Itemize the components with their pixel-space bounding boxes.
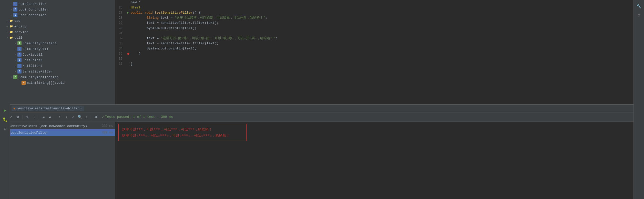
tree-icon-usercontroller: C [13,13,17,17]
output-box: 这里可以***，可以***，可以***，可以***，哈哈哈！ 这里可以☆***☆… [118,124,247,141]
tree-item-entity[interactable]: 📁 entity [0,24,115,29]
tree-icon-cookieutil: C [17,53,22,57]
line-gutter-35: ⬤ [126,52,131,56]
tree-icon-sensitivefilter: C [17,69,22,74]
line-code-30: System.out.println(text); [131,26,644,31]
code-line-32: 32 text = "这里可以☆赌☆博☆，可以☆嫖☆娼☆，可以☆吸☆毒☆，可以☆… [117,36,644,41]
prev-button[interactable]: ↑ [57,114,62,120]
structure-icon[interactable]: ⚙ [1,125,9,133]
search-button[interactable]: 🔍 [77,114,82,120]
tree-arrow-communityconstant [13,41,17,45]
tree-item-sensitivefilter[interactable]: C SensitiveFilter [0,69,115,74]
run-tab-close-button[interactable]: × [80,107,82,110]
bottom-panel: Run: ◆ SensitiveTests.testSensitiveFilte… [0,104,644,199]
tree-icon-communityconstant: I [17,41,22,45]
tree-icon-communityutil: C [17,47,22,51]
tree-item-communityutil[interactable]: C CommunityUtil [0,46,115,52]
tree-arrow-service [5,30,9,34]
line-num-34: 34 [117,46,126,51]
tree-arrow-mailclient [13,64,17,68]
tree-item-service[interactable]: 📁 service [0,29,115,35]
tree-label-cookieutil: CookieUtil [23,53,43,57]
tree-label-main: main(String[]):void [27,81,65,85]
tree-item-logincontroller[interactable]: C LoginController [0,7,115,12]
code-header-line: new * [117,0,644,5]
line-code-35: } [131,51,644,56]
tree-icon-hostholder: C [17,58,22,62]
line-code-28: String text = "这里可以赌博，可以嫖娼，可以吸毒，可以开票，哈哈哈… [131,15,644,20]
line-num-28: 28 [117,15,126,20]
tree-icon-mailclient: C [17,64,22,68]
tree-arrow-usercontroller [9,13,13,17]
run-tab[interactable]: ◆ SensitiveTests.testSensitiveFilter × [12,106,84,111]
right-icon-strip: 🔧 ⚙ [633,122,644,199]
test-item-sensitivetests[interactable]: ▾ ✓ SensitiveTests (com.nowcoder.communi… [0,123,115,129]
line-code-26: @Test [131,5,644,10]
pass-status: ✓ Tests passed: 1 of 1 test – 399 ms [102,115,173,119]
tree-arrow-entity [5,24,9,28]
tree-label-sensitivefilter: SensitiveFilter [23,70,53,74]
tree-arrow-cookieutil [13,53,17,57]
toolbar-sep-3 [55,115,55,119]
tree-label-service: service [14,30,28,34]
tree-label-communityapp: CommunityApplication [18,75,58,79]
jump-button[interactable]: ↗ [70,114,76,120]
run-panel-icon[interactable]: ▶ [1,106,9,114]
run-tab-label: SensitiveTests.testSensitiveFilter [16,107,79,110]
tree-label-logincontroller: LoginController [18,8,48,12]
test-tree: ▾ ✓ SensitiveTests (com.nowcoder.communi… [0,122,115,199]
tree-icon-logincontroller: C [13,7,17,12]
toolbar-sep-4 [91,115,91,119]
settings-button[interactable]: ⚙ [93,114,98,120]
code-line-28: 28 String text = "这里可以赌博，可以嫖娼，可以吸毒，可以开票，… [117,15,644,20]
tree-item-dao[interactable]: 📁 dao [0,18,115,24]
tree-item-cookieutil[interactable]: C CookieUtil [0,52,115,57]
tree-icon-service: 📁 [9,30,13,34]
export-button[interactable]: ↗ [84,114,89,120]
test-time-sensitivetests: 399 ms [102,124,113,128]
sort-desc-button[interactable]: ↓ [32,114,37,120]
test-item-testsensitivefilter[interactable]: ✓ testSensitiveFilter 399 ms [0,129,115,136]
code-line-26: 26 @Test [117,5,644,10]
code-line-33: 33 text = sensitiveFilter.filter(text); [117,41,644,46]
next-button[interactable]: ↓ [64,114,69,120]
code-line-30: 30 System.out.println(text); [117,26,644,31]
debug-icon[interactable]: 🐛 [1,116,9,124]
expand-all-button[interactable]: ≡ [41,114,46,120]
line-code-37: } [131,61,644,67]
test-name-tsf: testSensitiveFilter [10,131,48,135]
line-code-31 [131,31,644,36]
tree-item-hostholder[interactable]: C HostHolder [0,57,115,63]
tree-arrow-hostholder [13,58,17,62]
output-line-1: 这里可以***，可以***，可以***，可以***，哈哈哈！ [122,126,243,132]
line-num-26: 26 [117,5,126,10]
tree-icon-util: 📁 [9,36,13,40]
tree-item-communityconstant[interactable]: I CommunityConstant [0,40,115,46]
tree-item-communityapp[interactable]: A CommunityApplication [0,74,115,80]
tree-label-homecontroller: HomeController [18,2,46,6]
tree-item-usercontroller[interactable]: C UserController [0,12,115,18]
file-tree-sidebar: C HomeController C LoginController C Use… [0,0,115,104]
tree-arrow-sensitivefilter [13,69,17,74]
line-num-35: 35 [117,51,126,56]
code-line-31: 31 [117,31,644,36]
breakpoint-icon-35: ⬤ [126,52,130,56]
line-code-29: text = sensitiveFilter.filter(text); [131,20,644,26]
line-num-31: 31 [117,31,126,36]
tree-icon-main: m [22,81,26,85]
line-num-33: 33 [117,41,126,46]
tree-item-homecontroller[interactable]: C HomeController [0,1,115,7]
tree-item-util[interactable]: 📁 util [0,35,115,40]
line-code-32: text = "这里可以☆赌☆博☆，可以☆嫖☆娼☆，可以☆吸☆毒☆，可以☆开☆票… [131,36,644,41]
stop-button[interactable]: ⊘ [15,114,21,120]
tree-item-main[interactable]: m main(String[]):void [0,80,115,86]
line-num-36: 36 [117,56,126,61]
collapse-all-button[interactable]: ⇌ [48,114,53,120]
run-gutter-icon-27[interactable]: ▶ [126,11,130,15]
tree-icon-homecontroller: C [13,2,17,6]
sort-asc-desc-button[interactable]: ⇅ [25,114,30,120]
tree-icon-communityapp: A [13,75,17,79]
code-line-36: 36 [117,56,644,61]
tree-item-mailclient[interactable]: C MailClient [0,63,115,69]
toolbar-sep-1 [23,115,23,119]
